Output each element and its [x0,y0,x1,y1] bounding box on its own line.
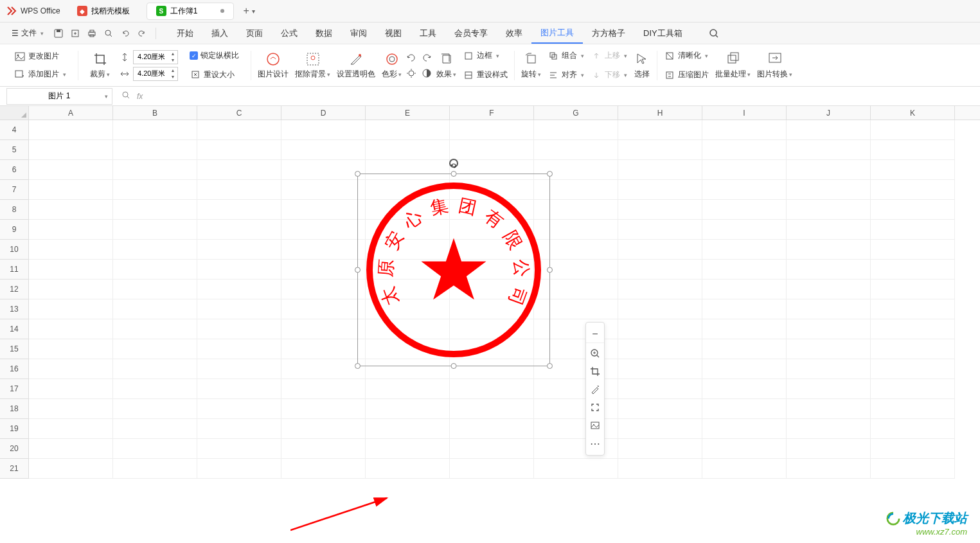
row-header[interactable]: 20 [0,439,29,459]
menu-tab-9[interactable]: 效率 [497,24,531,43]
cell[interactable] [197,180,281,200]
cell[interactable] [281,220,366,240]
contrast-icon[interactable] [421,67,432,79]
menu-tab-6[interactable]: 视图 [376,24,411,43]
reset-style-button[interactable]: 重设样式 [460,67,510,83]
border-button[interactable]: 边框▾ [460,48,510,64]
cell[interactable] [702,220,787,240]
column-header[interactable]: C [197,106,281,120]
cell[interactable] [366,419,450,439]
cell[interactable] [281,399,366,419]
cell[interactable] [618,419,702,439]
cell[interactable] [534,399,618,419]
tab-workbook[interactable]: S 工作簿1 [147,3,235,20]
cell[interactable] [787,299,871,319]
cell[interactable] [871,260,955,280]
save-icon[interactable] [51,26,66,40]
cell[interactable] [366,379,450,399]
cell[interactable] [618,180,702,200]
cell[interactable] [197,220,281,240]
cell[interactable] [871,299,955,319]
cell[interactable] [197,459,281,479]
cell[interactable] [787,459,871,479]
column-header[interactable]: D [281,106,366,120]
row-header[interactable]: 18 [0,399,29,419]
column-header[interactable]: A [29,106,113,120]
cell[interactable] [702,140,787,160]
cell[interactable] [871,419,955,439]
cell[interactable] [702,240,787,260]
add-tab-caret-icon[interactable]: ▾ [252,8,255,15]
cell[interactable] [450,120,534,140]
change-picture-button[interactable]: 更改图片 [12,49,69,64]
cell[interactable] [197,120,281,140]
float-collapse-button[interactable]: − [586,325,604,343]
menu-tab-8[interactable]: 会员专享 [445,24,497,43]
cell[interactable] [281,240,366,260]
cell[interactable] [702,419,787,439]
cell[interactable] [197,439,281,459]
menu-tab-2[interactable]: 页面 [237,24,272,43]
cell[interactable] [618,459,702,479]
cell[interactable] [113,220,197,240]
float-fullscreen-button[interactable] [586,398,604,416]
cell[interactable] [29,280,113,299]
cell[interactable] [197,160,281,180]
cell[interactable] [871,459,955,479]
row-header[interactable]: 5 [0,140,29,160]
cell[interactable] [29,379,113,399]
cell[interactable] [702,280,787,299]
undo-icon[interactable] [118,26,132,40]
cell[interactable] [787,200,871,220]
cell[interactable] [871,180,955,200]
height-up[interactable]: ▲ [168,51,177,57]
cell[interactable] [29,399,113,419]
cell[interactable] [534,459,618,479]
float-save-button[interactable] [586,416,604,434]
cell[interactable] [702,160,787,180]
cell[interactable] [618,359,702,379]
cell[interactable] [787,399,871,419]
cell[interactable] [29,439,113,459]
cell[interactable] [29,180,113,200]
cell[interactable] [281,120,366,140]
resize-handle-tr[interactable] [547,171,553,177]
float-crop-button[interactable] [586,362,604,380]
convert-button[interactable]: 图片转换▾ [754,49,795,82]
cell[interactable] [29,299,113,319]
cell[interactable] [113,439,197,459]
cell[interactable] [197,299,281,319]
row-header[interactable]: 11 [0,260,29,280]
cell[interactable] [29,220,113,240]
cell[interactable] [871,160,955,180]
width-up[interactable]: ▲ [168,67,177,74]
cell[interactable] [618,240,702,260]
stamp-picture[interactable]: 太原安心集团有限公司 [366,182,541,357]
rotate-right-icon[interactable] [421,52,432,64]
cell[interactable] [618,260,702,280]
cell[interactable] [702,379,787,399]
cell[interactable] [787,220,871,240]
cell[interactable] [787,419,871,439]
cell[interactable] [787,359,871,379]
resize-handle-mr[interactable] [547,267,553,273]
spreadsheet-grid[interactable]: ABCDEFGHIJK 4567891011121314151617181920… [0,106,980,543]
row-header[interactable]: 7 [0,180,29,200]
lock-ratio-checkbox[interactable]: ✓锁定纵横比 [187,48,242,63]
cell[interactable] [618,140,702,160]
resize-handle-br[interactable] [547,363,553,369]
resize-handle-tc[interactable] [451,171,457,177]
cell[interactable] [29,200,113,220]
cell[interactable] [618,339,702,359]
cell[interactable] [366,439,450,459]
row-header[interactable]: 21 [0,459,29,479]
menu-tab-7[interactable]: 工具 [411,24,445,43]
rotate-button[interactable]: 旋转▾ [519,49,544,82]
cell[interactable] [871,140,955,160]
crop-button[interactable]: 裁剪▾ [87,49,112,82]
cell[interactable] [113,359,197,379]
row-header[interactable]: 12 [0,280,29,299]
cell[interactable] [113,140,197,160]
cell[interactable] [534,140,618,160]
cell[interactable] [787,280,871,299]
